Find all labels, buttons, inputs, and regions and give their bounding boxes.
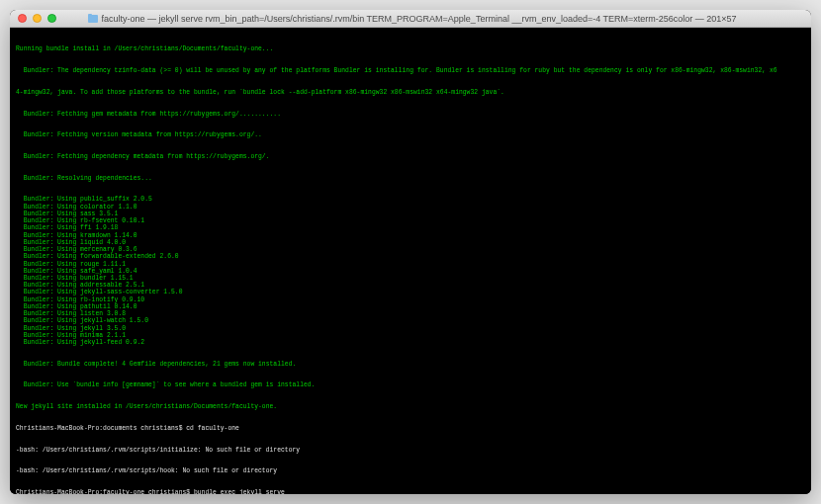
folder-icon	[88, 15, 98, 23]
line-gem: Bundler: Using ffi 1.9.18	[16, 224, 805, 231]
line-gem: Bundler: Using jekyll-sass-converter 1.5…	[16, 289, 805, 295]
line-useinfo: Bundler: Use `bundle info [gemname]` to …	[16, 381, 805, 388]
line-gem: Bundler: Using jekyll-watch 1.5.0	[16, 317, 805, 324]
terminal-window: faculty-one — jekyll serve rvm_bin_path=…	[10, 10, 811, 494]
line-gem: Bundler: Using colorator 1.1.0	[16, 204, 805, 210]
terminal-output[interactable]: Running bundle install in /Users/christi…	[10, 28, 811, 494]
line-bash1: -bash: /Users/christians/.rvm/scripts/in…	[16, 447, 805, 454]
line-gem: Bundler: Using addressable 2.5.1	[16, 282, 805, 289]
line-fetch3: Bundler: Fetching dependency metadata fr…	[16, 153, 805, 160]
line-fetch2: Bundler: Fetching version metadata from …	[16, 131, 805, 138]
line-dep1: Bundler: The dependency tzinfo-data (>= …	[16, 67, 805, 74]
line-gem: Bundler: Using forwardable-extended 2.6.…	[16, 253, 805, 260]
window-title-text: faculty-one — jekyll serve rvm_bin_path=…	[101, 14, 736, 24]
line-newsite: New jekyll site installed in /Users/chri…	[16, 403, 805, 410]
line-gem: Bundler: Using jekyll 3.5.0	[16, 325, 805, 332]
line-resolve: Bundler: Resolving dependencies...	[16, 175, 805, 182]
line-gem: Bundler: Using bundler 1.15.1	[16, 275, 805, 282]
line-gem: Bundler: Using minima 2.1.1	[16, 332, 805, 339]
line-gem: Bundler: Using safe_yaml 1.0.4	[16, 268, 805, 275]
line-gem: Bundler: Using sass 3.5.1	[16, 210, 805, 217]
line-gem: Bundler: Using kramdown 1.14.0	[16, 232, 805, 239]
line-gem: Bundler: Using public_suffix 2.0.5	[16, 196, 805, 203]
line-gem: Bundler: Using listen 3.0.8	[16, 310, 805, 317]
line-gem: Bundler: Using liquid 4.0.0	[16, 239, 805, 246]
traffic-lights	[18, 14, 56, 23]
line-gem: Bundler: Using rb-fsevent 0.10.1	[16, 217, 805, 224]
line-gem: Bundler: Using jekyll-feed 0.9.2	[16, 339, 805, 346]
zoom-icon[interactable]	[47, 14, 56, 23]
line-dep2: 4-mingw32, java. To add those platforms …	[16, 89, 805, 96]
close-icon[interactable]	[18, 14, 27, 23]
line-complete: Bundler: Bundle complete! 4 Gemfile depe…	[16, 361, 805, 368]
line-gem: Bundler: Using rouge 1.11.1	[16, 261, 805, 268]
titlebar[interactable]: faculty-one — jekyll serve rvm_bin_path=…	[10, 10, 811, 28]
line-running: Running bundle install in /Users/christi…	[16, 45, 805, 52]
line-prompt2: Christians-MacBook-Pro:faculty-one chris…	[16, 489, 805, 494]
line-gem: Bundler: Using mercenary 0.3.6	[16, 246, 805, 253]
window-title: faculty-one — jekyll serve rvm_bin_path=…	[61, 14, 803, 24]
minimize-icon[interactable]	[33, 14, 42, 23]
line-prompt1: Christians-MacBook-Pro:documents christi…	[16, 425, 805, 432]
line-fetch1: Bundler: Fetching gem metadata from http…	[16, 111, 805, 118]
line-gem: Bundler: Using pathutil 0.14.0	[16, 303, 805, 310]
line-gem: Bundler: Using rb-inotify 0.9.10	[16, 296, 805, 303]
line-bash2: -bash: /Users/christians/.rvm/scripts/ho…	[16, 467, 805, 474]
